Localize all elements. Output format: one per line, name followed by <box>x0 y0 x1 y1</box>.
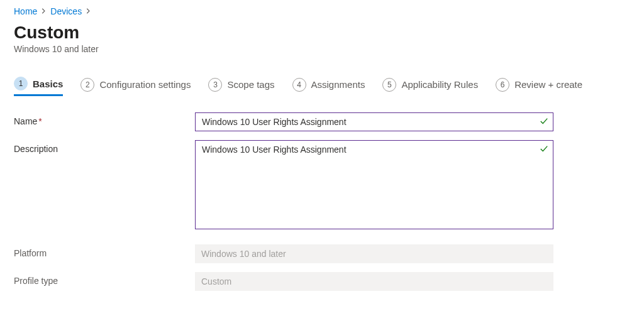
page-subtitle: Windows 10 and later <box>14 44 644 54</box>
breadcrumb-home[interactable]: Home <box>14 6 37 16</box>
step-assignments[interactable]: 4 Assignments <box>292 78 365 95</box>
step-number: 1 <box>14 77 28 90</box>
step-number: 5 <box>382 78 396 92</box>
name-input[interactable] <box>195 112 553 131</box>
step-applicability-rules[interactable]: 5 Applicability Rules <box>382 78 478 95</box>
chevron-right-icon <box>41 7 47 16</box>
step-label: Scope tags <box>227 79 274 90</box>
step-label: Applicability Rules <box>401 79 478 90</box>
step-number: 3 <box>208 78 222 92</box>
step-number: 4 <box>292 78 306 92</box>
step-label: Review + create <box>514 79 582 90</box>
step-label: Basics <box>33 79 63 89</box>
wizard-steps: 1 Basics 2 Configuration settings 3 Scop… <box>14 77 644 96</box>
page-title: Custom <box>14 23 644 43</box>
step-review-create[interactable]: 6 Review + create <box>496 78 582 95</box>
step-configuration-settings[interactable]: 2 Configuration settings <box>80 78 191 95</box>
required-indicator: * <box>38 116 42 126</box>
chevron-right-icon <box>86 7 91 16</box>
step-label: Configuration settings <box>99 79 191 90</box>
description-label: Description <box>14 140 195 154</box>
breadcrumb: Home Devices <box>14 6 644 16</box>
step-label: Assignments <box>311 79 365 90</box>
breadcrumb-devices[interactable]: Devices <box>50 6 82 16</box>
step-number: 6 <box>496 78 509 92</box>
step-number: 2 <box>80 78 94 92</box>
step-basics[interactable]: 1 Basics <box>14 77 63 96</box>
platform-label: Platform <box>14 244 195 258</box>
profile-type-value: Custom <box>195 272 553 291</box>
step-scope-tags[interactable]: 3 Scope tags <box>208 78 274 95</box>
description-input[interactable] <box>195 140 553 229</box>
profile-type-label: Profile type <box>14 272 195 286</box>
name-label: Name* <box>14 112 195 126</box>
platform-value: Windows 10 and later <box>195 244 553 263</box>
